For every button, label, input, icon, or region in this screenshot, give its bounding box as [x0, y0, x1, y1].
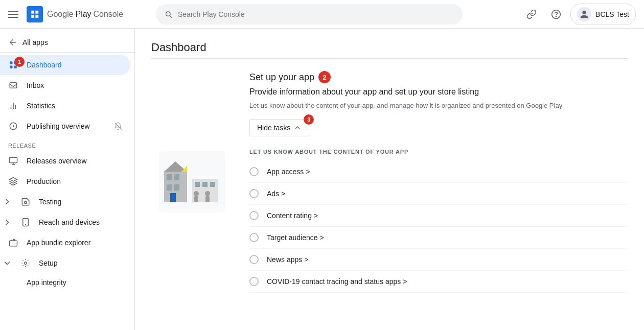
task-label: App access > — [267, 168, 310, 176]
svg-point-17 — [25, 262, 27, 265]
user-chip[interactable]: BCLS Test — [570, 4, 636, 25]
header: Google Play Console BCLS Test — [0, 0, 644, 29]
publishing-icon — [8, 121, 18, 131]
avatar — [577, 7, 591, 21]
sidebar-item-app-bundle-explorer[interactable]: App bundle explorer — [0, 232, 130, 253]
expand-left-icon[interactable] — [2, 197, 12, 207]
task-label: COVID-19 contact tracing and status apps… — [267, 277, 407, 286]
inbox-icon — [8, 80, 18, 90]
reach-icon — [20, 217, 31, 227]
sidebar-item-label: Inbox — [27, 81, 44, 89]
task-circle — [249, 211, 259, 220]
all-apps-label: All apps — [22, 38, 48, 46]
sidebar-item-label: App integrity — [27, 278, 66, 287]
sidebar-item-label: App bundle explorer — [27, 239, 90, 247]
task-item-ads[interactable]: Ads > — [249, 183, 628, 205]
sidebar-item-label: Testing — [39, 198, 61, 206]
page-title: Dashboard — [151, 41, 628, 54]
svg-rect-21 — [167, 184, 172, 191]
task-label: News apps > — [267, 255, 308, 264]
sidebar-item-label: Releases overview — [27, 157, 87, 165]
svg-rect-31 — [194, 196, 198, 202]
setup-title: Set up your app 2 — [249, 71, 628, 83]
tasks-section-label: LET US KNOW ABOUT THE CONTENT OF YOUR AP… — [249, 149, 628, 155]
tasks-section: LET US KNOW ABOUT THE CONTENT OF YOUR AP… — [249, 149, 628, 293]
release-section-header: Release — [0, 136, 134, 151]
setup-illustration — [151, 71, 233, 293]
sidebar-item-label: Setup — [39, 259, 58, 267]
sidebar-item-releases-overview[interactable]: Releases overview — [0, 151, 130, 171]
svg-point-30 — [194, 191, 199, 196]
svg-rect-23 — [170, 193, 176, 202]
releases-icon — [8, 156, 18, 166]
illustration-svg — [159, 156, 225, 207]
task-circle — [249, 233, 259, 242]
setup-heading: Provide information about your app and s… — [249, 87, 628, 97]
help-button[interactable] — [546, 4, 566, 25]
link-icon — [526, 9, 537, 19]
task-label: Ads > — [267, 190, 285, 198]
task-label: Content rating > — [267, 211, 318, 220]
sidebar-item-label: Statistics — [27, 102, 55, 110]
sidebar-item-production[interactable]: Production — [0, 171, 130, 192]
logo[interactable]: Google Play Console — [27, 6, 123, 22]
sidebar-item-reach-row: Reach and devices — [0, 212, 134, 232]
setup-section: Set up your app 2 Provide information ab… — [151, 71, 628, 293]
svg-point-32 — [205, 191, 210, 196]
sidebar-item-label: Reach and devices — [39, 218, 100, 226]
back-arrow-icon — [8, 38, 17, 47]
sidebar-item-label: Dashboard — [27, 61, 62, 69]
illustration-box — [159, 151, 225, 213]
dashboard-badge: 1 — [14, 57, 25, 67]
all-apps-button[interactable]: All apps — [0, 33, 134, 53]
hide-tasks-badge: 3 — [304, 114, 314, 125]
task-item-content-rating[interactable]: Content rating > — [249, 205, 628, 227]
task-item-target-audience[interactable]: Target audience > — [249, 227, 628, 249]
logo-icon — [27, 6, 43, 22]
svg-rect-27 — [195, 182, 200, 187]
bell-off-icon — [114, 122, 122, 130]
menu-icon[interactable] — [8, 8, 20, 20]
link-button[interactable] — [521, 4, 542, 25]
logo-text: Google Play Console — [47, 10, 123, 19]
svg-rect-2 — [10, 61, 12, 64]
search-input[interactable] — [178, 10, 454, 18]
svg-rect-33 — [205, 196, 210, 202]
sidebar-item-statistics[interactable]: Statistics — [0, 96, 130, 116]
expand-left-icon2[interactable] — [2, 217, 12, 227]
sidebar-item-publishing-overview[interactable]: Publishing overview — [0, 116, 130, 136]
sidebar-item-app-integrity[interactable]: App integrity — [0, 273, 130, 292]
task-circle — [249, 255, 259, 264]
setup-step-badge: 2 — [318, 71, 331, 83]
main-content: Dashboard — [135, 29, 644, 330]
setup-description: Let us know about the content of your ap… — [249, 101, 628, 111]
sidebar-item-dashboard[interactable]: Dashboard 1 — [0, 55, 130, 75]
sidebar-item-reach-devices[interactable]: Reach and devices — [12, 212, 134, 232]
divider — [151, 58, 628, 59]
task-item-news-apps[interactable]: News apps > — [249, 249, 628, 271]
bundle-icon — [8, 238, 18, 248]
sidebar-item-inbox[interactable]: Inbox — [0, 75, 130, 96]
production-icon — [8, 176, 18, 186]
task-circle — [249, 189, 259, 198]
sidebar: All apps Dashboard 1 Inbox Statistics — [0, 29, 135, 330]
svg-rect-16 — [10, 241, 17, 246]
help-icon — [551, 9, 561, 19]
task-label: Target audience > — [267, 233, 324, 242]
task-circle — [249, 277, 259, 286]
svg-rect-29 — [210, 182, 215, 187]
sidebar-item-setup[interactable]: Setup — [12, 253, 134, 273]
setup-content: Set up your app 2 Provide information ab… — [249, 71, 628, 293]
task-item-covid-tracing[interactable]: COVID-19 contact tracing and status apps… — [249, 271, 628, 293]
sidebar-item-testing[interactable]: Testing — [12, 192, 134, 212]
task-item-app-access[interactable]: App access > — [249, 161, 628, 183]
testing-icon — [20, 197, 31, 207]
search-icon — [164, 10, 173, 19]
sidebar-item-setup-row: Setup — [0, 253, 134, 273]
svg-rect-19 — [167, 174, 172, 180]
chevron-up-icon — [293, 124, 302, 132]
sidebar-item-testing-row: Testing — [0, 192, 134, 212]
hide-tasks-label: Hide tasks — [257, 124, 290, 132]
hide-tasks-button[interactable]: Hide tasks 3 — [249, 119, 309, 136]
expand-down-icon[interactable] — [2, 258, 12, 268]
